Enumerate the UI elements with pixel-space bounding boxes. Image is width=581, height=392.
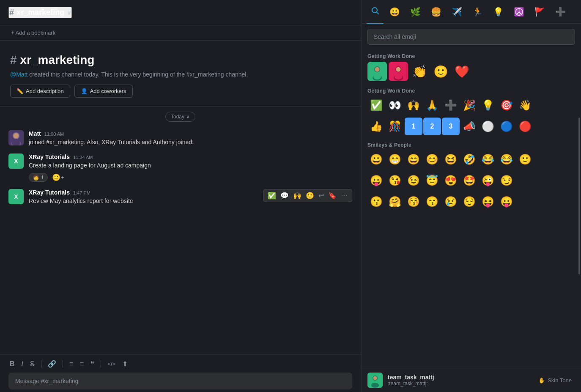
reply-icon[interactable]: ↩ (317, 191, 326, 200)
featured-emoji-smile[interactable]: 🙂 (431, 62, 450, 81)
skin-tone-hand-icon: ✋ (538, 377, 545, 384)
emoji-winking-tongue[interactable]: 😜 (479, 172, 497, 189)
emoji-smirk[interactable]: 😏 (498, 172, 515, 189)
emoji-hands-raised[interactable]: 🙌 (405, 96, 422, 114)
messages-area[interactable]: Today ∨ Matt (0, 107, 361, 354)
blockquote-button[interactable]: ❝ (89, 359, 96, 369)
sender-name[interactable]: Matt (29, 130, 41, 137)
channel-mention[interactable]: @Matt (10, 71, 27, 78)
emoji-rofl[interactable]: 🤣 (460, 151, 478, 168)
custom-green-emoji (367, 62, 387, 81)
emoji-tabs: 😀 🌿 🍔 ✈️ 🏃 💡 ☮️ 🚩 ➕ (362, 0, 581, 24)
link-button[interactable]: 🔗 (47, 359, 58, 369)
tab-activity[interactable]: 🏃 (468, 3, 487, 20)
date-label: Today (171, 114, 184, 120)
emoji-grid-work-row2: 👍 🎊 1 2 3 📣 ⚪ 🔵 🔴 (367, 118, 575, 135)
channel-title-button[interactable]: # xr_marketing ∨ (8, 7, 72, 18)
tab-search[interactable] (367, 3, 384, 20)
checkmark-reaction-icon[interactable]: ✅ (266, 191, 278, 200)
emoji-joy2[interactable]: 😂 (498, 151, 515, 168)
emoji-tongue2[interactable]: 😛 (498, 193, 515, 211)
emoji-cry[interactable]: 😢 (442, 193, 460, 211)
bold-button[interactable]: B (8, 359, 16, 369)
emoji-eyes[interactable]: 👀 (386, 96, 404, 114)
svg-point-16 (395, 74, 402, 79)
tab-custom[interactable]: ➕ (551, 3, 570, 20)
emoji-thumbsup[interactable]: 👍 (367, 118, 385, 135)
tab-food[interactable]: 🍔 (427, 3, 446, 20)
emoji-slightly-smile[interactable]: 🙂 (516, 151, 534, 168)
emoji-grinning[interactable]: 😀 (367, 151, 385, 168)
bookmark-icon[interactable]: 🔖 (326, 191, 338, 200)
skin-tone-button[interactable]: ✋ Skin Tone (535, 376, 575, 385)
code-button[interactable]: </> (106, 359, 117, 368)
more-actions-icon[interactable]: ⋯ (339, 191, 349, 200)
date-button[interactable]: Today ∨ (165, 112, 195, 122)
emoji-pray[interactable]: 🙏 (423, 96, 441, 114)
emoji-wink[interactable]: 😉 (405, 172, 422, 189)
emoji-kissing-smiling[interactable]: 😙 (423, 193, 441, 211)
add-reaction-button[interactable]: 🙂+ (50, 173, 66, 182)
unordered-list-button[interactable]: ≡ (79, 359, 85, 369)
emoji-laugh[interactable]: 😄 (405, 151, 422, 168)
add-description-button[interactable]: ✏️ Add description (10, 85, 70, 98)
emoji-grid-smileys-row3: 😗 🤗 😚 😙 😢 😌 😝 😛 (367, 193, 575, 211)
emoji-search-input[interactable] (367, 29, 575, 45)
emoji-one[interactable]: 1 (405, 118, 422, 135)
emoji-grin[interactable]: 😁 (386, 151, 404, 168)
emoji-kissing-closed[interactable]: 😚 (405, 193, 422, 211)
emoji-smile[interactable]: 😊 (423, 151, 441, 168)
emoji-two[interactable]: 2 (423, 118, 441, 135)
emoji-checkmark[interactable]: ✅ (367, 96, 385, 114)
emoji-relieved[interactable]: 😌 (460, 193, 478, 211)
tab-flags[interactable]: 🚩 (530, 3, 549, 20)
emoji-star-struck[interactable]: 🤩 (460, 172, 478, 189)
emoji-content[interactable]: Getting Work Done (362, 50, 581, 368)
emoji-tongue[interactable]: 😛 (367, 172, 385, 189)
emoji-heart-eyes[interactable]: 😍 (442, 172, 460, 189)
ordered-list-button[interactable]: ≡ (68, 359, 74, 369)
emoji-dart[interactable]: 🎯 (498, 96, 515, 114)
emoji-three[interactable]: 3 (442, 118, 460, 135)
emoji-kiss[interactable]: 😘 (386, 172, 404, 189)
tab-objects[interactable]: 💡 (489, 3, 508, 20)
emoji-megaphone[interactable]: 📣 (460, 118, 478, 135)
emoji-tada[interactable]: 🎉 (460, 96, 478, 114)
emoji-red-circle[interactable]: 🔴 (516, 118, 534, 135)
tab-smileys[interactable]: 😀 (385, 3, 404, 20)
sender-name[interactable]: XRay Tutorials (29, 189, 70, 196)
reaction-badge[interactable]: 🧑 1 (29, 173, 48, 182)
emoji-white-circle[interactable]: ⚪ (479, 118, 497, 135)
tab-nature[interactable]: 🌿 (406, 3, 425, 20)
add-bookmark-button[interactable]: + Add a bookmark (8, 28, 58, 38)
attach-button[interactable]: ⬆ (121, 359, 129, 369)
featured-emoji-custom-green[interactable] (367, 62, 387, 81)
emoji-hugging[interactable]: 🤗 (386, 193, 404, 211)
message-input-area[interactable]: Message #xr_marketing (8, 373, 352, 389)
footer-emoji-info: team_task_mattj :team_task_mattj: (388, 374, 530, 387)
emoji-kissing[interactable]: 😗 (367, 193, 385, 211)
tab-travel[interactable]: ✈️ (447, 3, 466, 20)
add-coworkers-button[interactable]: 👤 Add coworkers (74, 85, 133, 98)
emoji-bulb[interactable]: 💡 (479, 96, 497, 114)
sender-name[interactable]: XRay Tutorials (29, 154, 70, 160)
quote-icon[interactable]: 💬 (279, 191, 290, 200)
featured-emoji-clap[interactable]: 👏 (410, 62, 429, 81)
emoji-icon[interactable]: 🙂 (304, 191, 316, 200)
emoji-party[interactable]: 🎊 (386, 118, 404, 135)
emoji-blue-circle[interactable]: 🔵 (498, 118, 515, 135)
hands-raised-icon[interactable]: 🙌 (291, 191, 303, 200)
svg-point-20 (371, 383, 379, 388)
emoji-plus[interactable]: ➕ (442, 96, 460, 114)
emoji-joy[interactable]: 😂 (479, 151, 497, 168)
featured-emoji-heart[interactable]: ❤️ (452, 62, 471, 81)
strikethrough-button[interactable]: S (29, 359, 36, 369)
emoji-squinting-tongue[interactable]: 😝 (479, 193, 497, 211)
emoji-innocent[interactable]: 😇 (423, 172, 441, 189)
featured-emoji-custom-red[interactable] (389, 62, 408, 81)
emoji-sweat-smile[interactable]: 😆 (442, 151, 460, 168)
tab-symbols[interactable]: ☮️ (510, 3, 529, 20)
reaction-emoji: 🧑 (33, 174, 39, 181)
italic-button[interactable]: I (20, 359, 25, 369)
emoji-wave[interactable]: 👋 (516, 96, 534, 114)
